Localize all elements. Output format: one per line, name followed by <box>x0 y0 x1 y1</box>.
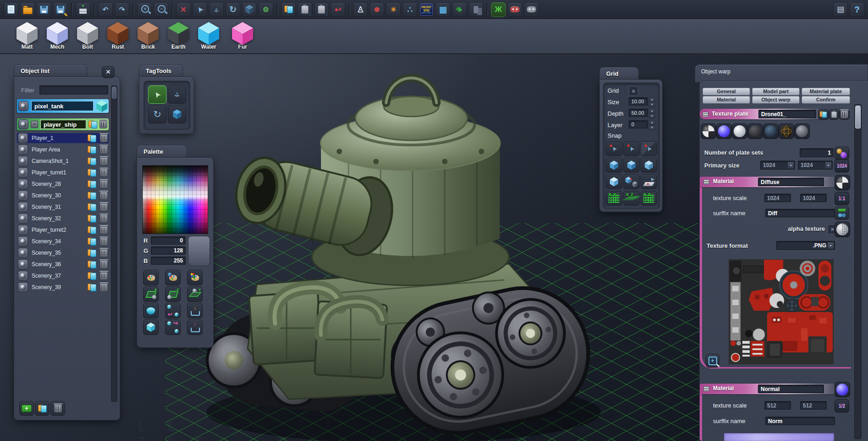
object-row[interactable]: Scenery_37 <box>17 271 109 281</box>
alpha-sphere-button[interactable] <box>835 222 850 237</box>
paint-color-tool[interactable] <box>143 270 159 285</box>
object-row[interactable]: Player Area <box>17 145 109 155</box>
duplicate-icon[interactable] <box>88 238 96 246</box>
layer-spinner[interactable]: ▲▼ <box>649 120 655 128</box>
delete-icon[interactable] <box>100 284 108 291</box>
tab-general[interactable]: General <box>702 88 750 95</box>
duplicate-icon[interactable] <box>88 203 96 211</box>
voxel-mode-3-button[interactable] <box>641 158 657 173</box>
duplicate-icon[interactable] <box>88 121 97 128</box>
save-as-button[interactable]: ✎ <box>53 2 68 17</box>
size-1024-badge-button[interactable]: 1024 <box>835 159 849 173</box>
redo-button[interactable]: ↷ <box>115 2 129 17</box>
model-cube-icon[interactable] <box>96 100 107 112</box>
delete-icon[interactable] <box>100 226 108 234</box>
plane-xz-button[interactable]: X Z <box>623 191 640 206</box>
export-tool[interactable]: ↑ <box>187 319 203 335</box>
object-name-field[interactable]: player_ship <box>40 120 86 129</box>
debug-button[interactable]: Ж <box>491 2 506 17</box>
visibility-eye-button[interactable] <box>18 190 28 201</box>
visibility-eye-button[interactable] <box>18 179 28 189</box>
duplicate-icon[interactable] <box>88 146 96 154</box>
visibility-eye-button[interactable] <box>18 145 28 155</box>
plate-sets-field[interactable]: 1 <box>800 148 834 157</box>
pick-cube-button[interactable] <box>623 174 640 189</box>
shader-checker-button[interactable] <box>701 123 716 139</box>
lathe-tool[interactable] <box>143 303 159 318</box>
size-input[interactable] <box>629 97 648 106</box>
visibility-eye-button[interactable] <box>18 167 28 178</box>
play-button[interactable] <box>508 2 522 17</box>
paint-multi-tool[interactable] <box>187 270 203 285</box>
texture-scale-h-field[interactable]: 512 <box>800 401 827 410</box>
delete-icon[interactable] <box>100 272 108 280</box>
texture-format-dropdown[interactable]: .PNG▼ <box>776 241 835 250</box>
copy-button[interactable] <box>281 2 296 17</box>
duplicate-icon[interactable] <box>88 180 96 188</box>
object-row[interactable]: Scenery_31 <box>17 202 109 212</box>
object-warp-scrollbar[interactable] <box>854 104 862 439</box>
layer-input[interactable] <box>629 120 648 128</box>
section-grip[interactable] <box>702 112 708 117</box>
particles-button[interactable]: ∴ <box>403 2 417 17</box>
material-brick[interactable]: Brick <box>138 22 159 50</box>
channel-g-input[interactable] <box>151 246 186 255</box>
delete-icon[interactable] <box>100 134 108 142</box>
section-grip[interactable] <box>703 179 709 184</box>
object-row[interactable]: Scenery_36 <box>17 259 109 269</box>
tab-material[interactable]: Material <box>702 96 750 104</box>
tag-select-tool[interactable]: ➤ <box>148 85 166 104</box>
plane-xy-button[interactable]: X Y <box>606 191 622 206</box>
tag-move-tool[interactable]: ↔↕ <box>168 85 186 104</box>
shader-dark-button[interactable] <box>747 123 763 139</box>
shader-gray-button[interactable] <box>794 123 810 139</box>
zoom-in-button[interactable]: + <box>137 2 152 17</box>
delete-icon[interactable] <box>100 121 107 128</box>
wire-cube-button[interactable] <box>242 2 257 17</box>
zoom-out-button[interactable]: − <box>154 2 168 17</box>
duplicate-icon[interactable] <box>88 284 96 291</box>
object-row[interactable]: Player_1 <box>17 133 109 143</box>
solid-cube-tool[interactable] <box>143 319 159 335</box>
duplicate-icon[interactable] <box>88 261 96 268</box>
window-list-button[interactable]: ▤ <box>833 2 848 17</box>
open-file-button[interactable] <box>20 2 35 17</box>
visibility-eye-button[interactable] <box>18 271 28 281</box>
plate-copy-button[interactable] <box>818 109 829 120</box>
visibility-eye-button[interactable] <box>18 213 28 223</box>
voxel-mode-2-button[interactable] <box>623 158 640 173</box>
object-list-scrollbar[interactable] <box>111 85 117 402</box>
enemy-mode-button[interactable]: ☻ <box>370 2 384 17</box>
dropdown-arrow-icon[interactable]: ▼ <box>787 162 794 169</box>
place-on-plate-button[interactable]: ➤ <box>641 174 657 189</box>
surffix-name-field[interactable]: Diff <box>765 209 835 218</box>
import-tool[interactable]: ↓ <box>187 303 203 318</box>
scale-half-badge-button[interactable]: 1/2 <box>835 399 849 413</box>
visibility-eye-button[interactable] <box>18 259 28 269</box>
primary-size-w-dropdown[interactable]: 1024▼ <box>760 161 795 170</box>
paste-special-button[interactable]: ↓ <box>314 2 329 17</box>
delete-icon[interactable] <box>100 238 108 246</box>
object-row-pixel-tank[interactable]: pixel_tank <box>17 99 109 113</box>
tab-confirm[interactable]: Confirm <box>802 96 850 104</box>
tag-rotate-tool[interactable]: ↻ <box>148 105 166 123</box>
scale-1to1-badge-button[interactable]: 1:1 <box>835 192 849 205</box>
delete-icon[interactable] <box>100 180 108 188</box>
undo-button[interactable]: ↶ <box>98 2 113 17</box>
paste-button[interactable]: ↓ <box>298 2 312 17</box>
material-earth[interactable]: Earth <box>168 22 189 50</box>
environment-button[interactable]: ♣♣ <box>452 2 467 17</box>
mirror-x-tool[interactable]: X <box>143 286 159 302</box>
normal-texture-preview[interactable] <box>724 433 834 441</box>
material-bolt[interactable]: Bolt <box>77 22 98 50</box>
duplicate-icon[interactable] <box>88 272 96 280</box>
visibility-eye-button[interactable] <box>18 236 28 246</box>
save-button[interactable] <box>37 2 51 17</box>
help-button[interactable]: ? <box>850 2 864 17</box>
snap-vertex-button[interactable]: ➤ <box>623 141 640 156</box>
delete-icon[interactable] <box>100 203 108 211</box>
diffuse-texture-preview[interactable] <box>729 259 834 364</box>
diffuse-preview-sphere-button[interactable] <box>835 175 850 190</box>
visibility-eye-button[interactable] <box>18 248 28 258</box>
material-water[interactable]: Water <box>198 22 219 50</box>
